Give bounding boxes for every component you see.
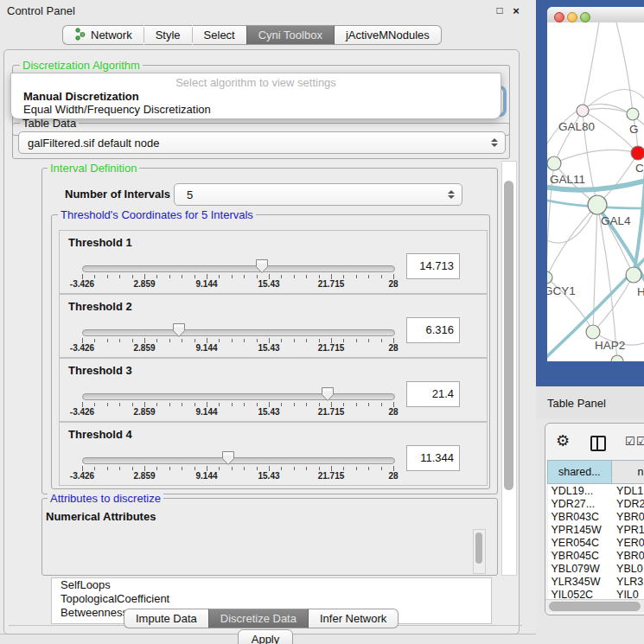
table-row[interactable]: YBL079WYBL0 (548, 562, 644, 575)
attribute-list-item[interactable]: SelfLoops (52, 578, 491, 592)
cell-shared-name[interactable]: YBR043C (548, 510, 612, 523)
network-node[interactable] (547, 156, 561, 170)
cell-name[interactable]: YPR1 (611, 523, 644, 536)
network-node[interactable] (577, 105, 589, 117)
cell-shared-name[interactable]: YDL19... (548, 484, 612, 498)
table-row[interactable]: YDL19...YDL1 (548, 484, 644, 498)
attributes-title: Attributes to discretize (48, 492, 163, 505)
column-header-name[interactable]: n (611, 461, 644, 484)
table-data-combo[interactable]: galFiltered.sif default node (18, 131, 506, 154)
network-node-label: GAL11 (550, 173, 585, 186)
slider-tick (257, 467, 258, 470)
network-edge[interactable] (547, 205, 597, 277)
tab-jactivemnodules[interactable]: jActiveMNodules (335, 25, 442, 45)
float-window-icon[interactable]: □ (493, 4, 507, 16)
threshold-value-field[interactable]: 11.344 (406, 445, 460, 471)
network-edge[interactable] (616, 22, 633, 114)
network-edge[interactable] (583, 90, 644, 112)
network-edge[interactable] (554, 111, 583, 163)
attributes-scrollbar-thumb[interactable] (475, 532, 482, 564)
minimize-traffic-light-icon[interactable] (567, 12, 577, 22)
threshold-slider-thumb[interactable] (172, 322, 186, 338)
slider-tick (368, 275, 369, 278)
cyni-toolbox-panel: Discretization Algorithm Table Data galF… (3, 49, 520, 634)
tab-style[interactable]: Style (144, 25, 192, 45)
network-canvas[interactable]: GAL80GCGAL11GAL4GCY1HHAP2 (547, 22, 644, 361)
zoom-traffic-light-icon[interactable] (580, 12, 590, 22)
gear-icon[interactable]: ⚙ (556, 431, 570, 450)
threshold-slider-track[interactable] (82, 265, 395, 272)
table-scrollbar-thumb[interactable] (549, 602, 641, 611)
threshold-value-field[interactable]: 6.316 (406, 317, 460, 343)
cell-name[interactable]: YDL1 (611, 484, 644, 498)
close-icon[interactable]: × (509, 4, 523, 17)
network-node[interactable] (627, 108, 639, 120)
slider-tick-label: -3.426 (70, 471, 94, 481)
number-of-intervals-combo[interactable]: 5 (174, 183, 462, 206)
cell-name[interactable]: YBL0 (611, 562, 644, 575)
settings-scrollbar[interactable] (501, 161, 517, 576)
cell-shared-name[interactable]: YPR145W (548, 523, 612, 536)
table-row[interactable]: YDR27...YDR2 (548, 497, 644, 510)
slider-tick (356, 275, 357, 278)
table-horizontal-scrollbar[interactable] (545, 599, 644, 612)
menu-item-manual-discretization[interactable]: Manual Discretization (13, 90, 507, 103)
network-edge[interactable] (593, 275, 634, 332)
cell-name[interactable]: YBR0 (611, 510, 644, 523)
threshold-value-field[interactable]: 21.4 (406, 381, 460, 407)
table-row[interactable]: YBR043CYBR0 (548, 510, 644, 523)
cell-name[interactable]: YBR0 (611, 549, 644, 562)
cell-shared-name[interactable]: YLR345W (548, 575, 612, 588)
attribute-list-item[interactable]: TopologicalCoefficient (52, 592, 491, 606)
network-edge-highlighted[interactable] (634, 74, 644, 275)
threshold-slider-track[interactable] (82, 329, 395, 336)
threshold-slider-thumb[interactable] (221, 450, 235, 466)
cell-shared-name[interactable]: YBR045C (548, 549, 612, 562)
slider-tick (119, 403, 120, 406)
column-header-shared-name[interactable]: shared... (548, 461, 612, 484)
slider-tick (244, 403, 245, 406)
threshold-value-field[interactable]: 14.713 (406, 253, 460, 279)
tab-discretize-data[interactable]: Discretize Data (208, 609, 309, 628)
slider-tick (281, 339, 282, 342)
tab-impute-data[interactable]: Impute Data (124, 609, 208, 628)
tab-cyni-toolbox[interactable]: Cyni Toolbox (246, 25, 335, 45)
select-none-checkbox-icon[interactable]: ☑ (636, 435, 644, 448)
tab-network[interactable]: Network (62, 25, 143, 45)
table-row[interactable]: YBR045CYBR0 (548, 549, 644, 562)
network-node[interactable] (631, 146, 644, 160)
apply-button[interactable]: Apply (238, 629, 293, 644)
threshold-slider-track[interactable] (82, 393, 395, 400)
menu-item-equal-width-frequency[interactable]: Equal Width/Frequency Discretization (13, 103, 507, 116)
cell-shared-name[interactable]: YBL079W (548, 562, 612, 575)
node-attribute-table[interactable]: shared... n YDL19...YDL1YDR27...YDR2YBR0… (547, 460, 644, 601)
threshold-slider-thumb[interactable] (321, 386, 335, 402)
table-row[interactable]: YLR345WYLR3 (548, 575, 644, 588)
select-all-checkbox-icon[interactable]: ☑ (625, 435, 635, 448)
cell-name[interactable]: YLR3 (611, 575, 644, 588)
network-edge[interactable] (554, 150, 638, 163)
cell-name[interactable]: YER0 (611, 536, 644, 549)
network-edge[interactable] (583, 22, 599, 111)
close-traffic-light-icon[interactable] (554, 12, 564, 22)
slider-tick (232, 339, 233, 342)
slider-tick (132, 403, 133, 406)
tab-select[interactable]: Select (193, 25, 246, 45)
table-row[interactable]: YER054CYER0 (548, 536, 644, 549)
settings-scrollbar-thumb[interactable] (504, 181, 513, 490)
tab-infer-network[interactable]: Infer Network (309, 609, 399, 628)
table-row[interactable]: YPR145WYPR1 (548, 523, 644, 536)
threshold-slider-thumb[interactable] (255, 258, 269, 274)
network-node[interactable] (588, 195, 607, 214)
cell-shared-name[interactable]: YDR27... (548, 497, 612, 510)
threshold-slider-track[interactable] (82, 457, 395, 464)
cell-name[interactable]: YDR2 (611, 497, 644, 510)
attributes-scrollbar[interactable] (473, 529, 486, 574)
show-columns-icon[interactable] (590, 436, 606, 451)
network-view-frame: GAL80GCGAL11GAL4GCY1HHAP2 (536, 0, 644, 386)
network-node[interactable] (611, 355, 623, 361)
cell-shared-name[interactable]: YER054C (548, 536, 612, 549)
slider-tick (219, 339, 220, 342)
network-node[interactable] (626, 267, 641, 283)
network-node[interactable] (586, 325, 600, 339)
